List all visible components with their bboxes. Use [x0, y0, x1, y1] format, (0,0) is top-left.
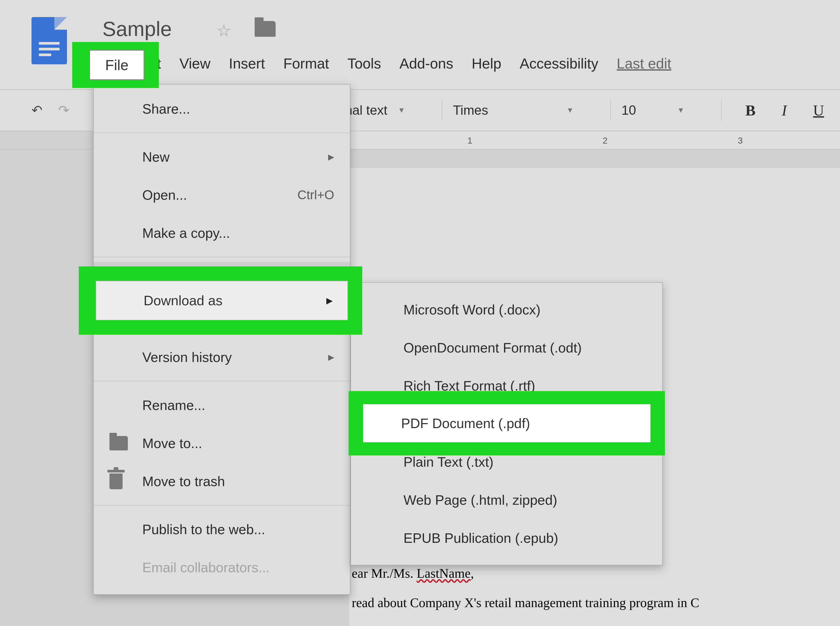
submenu-item-label: EPUB Publication (.epub) [404, 530, 558, 546]
menu-item-move-to-trash[interactable]: Move to trash [94, 462, 350, 500]
menu-item-email-collaborators: Email collaborators... [94, 548, 350, 586]
menu-item-rename[interactable]: Rename... [94, 386, 350, 424]
submenu-item-label: OpenDocument Format (.odt) [404, 340, 582, 356]
chevron-right-icon: ▶ [326, 296, 333, 305]
bold-button[interactable]: B [745, 102, 756, 119]
last-edit-link[interactable]: Last edit [616, 55, 671, 72]
menu-view[interactable]: View [179, 55, 210, 72]
menu-divider [94, 257, 350, 257]
submenu-item-html[interactable]: Web Page (.html, zipped) [351, 481, 662, 519]
docs-app-icon[interactable] [31, 17, 67, 64]
menu-help[interactable]: Help [472, 55, 501, 72]
toolbar-separator [610, 100, 611, 121]
menu-item-publish-web[interactable]: Publish to the web... [94, 510, 350, 548]
submenu-item-pdf-highlighted[interactable]: PDF Document (.pdf) [363, 404, 651, 442]
menu-item-label: Rename... [142, 398, 205, 413]
font-size-value: 10 [621, 103, 636, 118]
menu-tools[interactable]: Tools [347, 55, 381, 72]
menu-item-make-copy[interactable]: Make a copy... [94, 214, 350, 252]
star-icon[interactable]: ☆ [217, 21, 231, 40]
submenu-item-label: Plain Text (.txt) [404, 454, 493, 470]
submenu-item-label: Web Page (.html, zipped) [404, 492, 557, 508]
menu-accessibility[interactable]: Accessibility [520, 55, 599, 72]
move-folder-icon[interactable] [255, 21, 275, 37]
highlight-download-as: Download as ▶ [79, 266, 362, 335]
menu-addons[interactable]: Add-ons [399, 55, 453, 72]
submenu-item-epub[interactable]: EPUB Publication (.epub) [351, 519, 662, 557]
ruler-number: 1 [468, 135, 472, 146]
ruler-number: 2 [603, 135, 608, 146]
chevron-down-icon: ▼ [566, 106, 574, 114]
spellcheck-word[interactable]: LastName [416, 566, 471, 581]
menu-item-download-as-highlighted[interactable]: Download as ▶ [96, 281, 348, 320]
menu-divider [94, 505, 350, 505]
toolbar-separator [721, 100, 722, 121]
font-size-select[interactable]: 10 ▼ [621, 103, 684, 118]
toolbar-separator [442, 100, 442, 121]
menu-item-label: Open... [142, 187, 187, 203]
menu-item-version-history[interactable]: Version history ▶ [94, 338, 350, 376]
body-text: ear Mr./Ms. LastName, [352, 564, 819, 583]
highlight-file-menu: File [72, 42, 159, 88]
folder-icon [109, 436, 128, 451]
menu-insert[interactable]: Insert [229, 55, 265, 72]
body-text: read about Company X's retail management… [352, 593, 819, 612]
menu-bar: File Edit View Insert Format Tools Add-o… [100, 55, 671, 72]
document-title[interactable]: Sample [102, 17, 172, 41]
menu-item-new[interactable]: New ▶ [94, 138, 350, 176]
submenu-item-label: PDF Document (.pdf) [401, 415, 530, 431]
chevron-right-icon: ▶ [328, 152, 334, 161]
menu-item-label: Move to... [142, 435, 202, 451]
menu-item-move-to[interactable]: Move to... [94, 424, 350, 462]
undo-icon[interactable]: ↶ [31, 103, 42, 118]
chevron-down-icon: ▼ [677, 106, 685, 114]
trash-icon [109, 474, 123, 489]
menu-format[interactable]: Format [283, 55, 329, 72]
menu-item-share[interactable]: Share... [94, 90, 350, 128]
menu-item-label: New [142, 149, 170, 165]
menu-divider [94, 133, 350, 133]
menu-divider [94, 381, 350, 381]
menu-item-label: Publish to the web... [142, 521, 265, 537]
menu-item-label: Make a copy... [142, 225, 230, 241]
menu-item-shortcut: Ctrl+O [297, 188, 334, 202]
submenu-item-odt[interactable]: OpenDocument Format (.odt) [351, 329, 662, 367]
menu-file-highlighted[interactable]: File [89, 50, 144, 80]
menu-item-open[interactable]: Open... Ctrl+O [94, 176, 350, 214]
menu-item-label: Version history [142, 349, 232, 365]
italic-button[interactable]: I [782, 102, 787, 119]
submenu-item-docx[interactable]: Microsoft Word (.docx) [351, 291, 662, 329]
file-menu-dropdown: Share... New ▶ Open... Ctrl+O Make a cop… [93, 84, 350, 595]
font-family-value: Times [453, 103, 488, 118]
menu-item-label: Share... [142, 101, 190, 117]
redo-icon[interactable]: ↷ [58, 103, 69, 118]
chevron-down-icon: ▼ [398, 106, 405, 114]
submenu-item-label: Microsoft Word (.docx) [404, 302, 541, 318]
menu-item-label: Move to trash [142, 474, 225, 489]
underline-button[interactable]: U [813, 102, 824, 119]
menu-item-label: Email collaborators... [142, 560, 270, 575]
chevron-right-icon: ▶ [328, 352, 334, 362]
ruler-number: 3 [738, 135, 743, 146]
menu-file-label: File [105, 57, 128, 74]
highlight-pdf-option: PDF Document (.pdf) [349, 391, 665, 455]
font-family-select[interactable]: Times ▼ [453, 103, 574, 118]
menu-item-label: Download as [144, 293, 223, 308]
